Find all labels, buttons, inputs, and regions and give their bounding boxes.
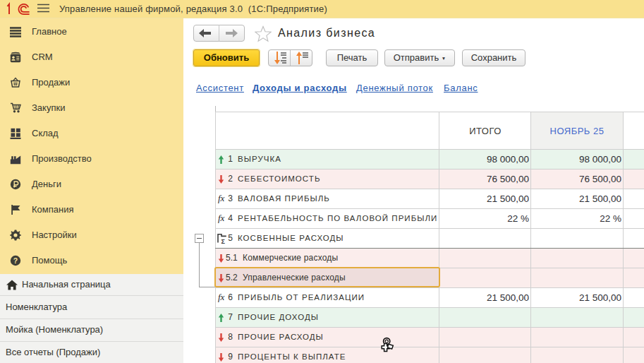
svg-text:?: ?: [13, 256, 18, 265]
